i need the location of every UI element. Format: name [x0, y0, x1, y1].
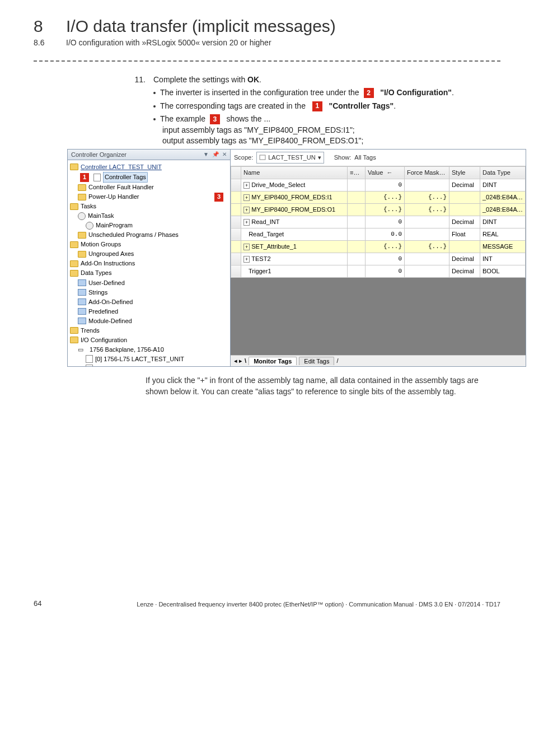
col-sort[interactable]: ≡∃│△ [348, 166, 366, 179]
cell-force[interactable] [405, 265, 449, 277]
folder-icon [70, 164, 78, 170]
tree-moddef[interactable]: Module-Defined [88, 316, 132, 326]
col-force[interactable]: Force Mask ← [405, 166, 449, 179]
cell-value[interactable]: 0.0 [366, 228, 405, 240]
cell-force[interactable]: {...} [405, 203, 449, 216]
tags-table[interactable]: Name ≡∃│△ Value ← Force Mask ← Style Dat… [231, 166, 526, 278]
chapter-title: I/O data transfer (implicit messages) [66, 17, 336, 36]
cell-value[interactable]: 0 [366, 179, 405, 191]
tree-slot0[interactable]: [0] 1756-L75 LACT_TEST_UNIT [95, 354, 184, 364]
col-type[interactable]: Data Type [480, 166, 526, 179]
step-number: 11. [134, 75, 146, 84]
tree-slot1[interactable]: [1] 1756-EN2T Local_Backplane_Ethernet_M [95, 364, 219, 366]
tree-mainprogram[interactable]: MainProgram [96, 221, 133, 230]
table-row[interactable]: +SET_Attribute_1{...}{...}MESSAGE [231, 240, 526, 253]
doc-icon [93, 174, 101, 181]
tree-ungrouped[interactable]: Ungrouped Axes [88, 249, 134, 259]
step-bold: OK [247, 75, 259, 84]
scope-value: LACT_TEST_UN [268, 154, 315, 161]
col-value[interactable]: Value ← [366, 166, 405, 179]
col-style[interactable]: Style [449, 166, 480, 179]
bullet-dot [153, 105, 156, 108]
cell-style [449, 203, 480, 216]
tab-arrows[interactable]: ◂ ▸ [234, 357, 242, 365]
tree-trends[interactable]: Trends [81, 326, 100, 335]
tree-controller[interactable]: Controller LACT_TEST_UNIT [81, 162, 162, 172]
row-header[interactable] [231, 228, 241, 240]
badge-1: 1 [312, 101, 322, 111]
tree-predef[interactable]: Predefined [88, 307, 118, 316]
folder-icon [78, 251, 86, 258]
cell-style [449, 191, 480, 203]
row-header[interactable] [231, 203, 241, 216]
tree-powerup[interactable]: Power-Up Handler [88, 192, 139, 202]
scope-combo[interactable]: LACT_TEST_UN ▾ [256, 152, 324, 164]
cell-name[interactable]: +TEST2 [241, 253, 348, 265]
cell-force[interactable] [405, 216, 449, 228]
tab-edit[interactable]: Edit Tags [299, 357, 334, 365]
cell-value[interactable]: {...} [366, 203, 405, 216]
row-header[interactable] [231, 179, 241, 191]
cell-force[interactable] [405, 228, 449, 240]
cell-name[interactable]: +Read_INT [241, 216, 348, 228]
tree-motion[interactable]: Motion Groups [81, 240, 121, 249]
folder-icon [70, 203, 78, 210]
tree-userdef[interactable]: User-Defined [88, 278, 125, 288]
cell-name[interactable]: Read_Target [241, 228, 348, 240]
b3-line2: output assembly tags as "MY_EIP8400_FROM… [162, 136, 363, 147]
table-row[interactable]: Trigger10DecimalBOOL [231, 265, 526, 277]
cell-value[interactable]: 0 [366, 265, 405, 277]
table-row[interactable]: +Read_INT0DecimalDINT [231, 216, 526, 228]
tree-ioconfig[interactable]: I/O Configuration [81, 335, 127, 345]
section-title: I/O configuration with »RSLogix 5000« ve… [66, 38, 271, 47]
b3-b: shows the ... [227, 114, 271, 123]
cell-name[interactable]: Trigger1 [241, 265, 348, 277]
cell-value[interactable]: 0 [366, 253, 405, 265]
cell-style: Decimal [449, 265, 480, 277]
table-row[interactable]: +TEST20DecimalINT [231, 253, 526, 265]
tree-backplane[interactable]: 1756 Backplane, 1756-A10 [90, 345, 164, 354]
cell-name[interactable]: +SET_Attribute_1 [241, 240, 348, 253]
table-row[interactable]: Read_Target0.0FloatREAL [231, 228, 526, 240]
tree-maintask[interactable]: MainTask [88, 211, 114, 221]
tree-unscheduled[interactable]: Unscheduled Programs / Phases [88, 230, 179, 240]
program-icon [86, 222, 93, 230]
tree-fault-handler[interactable]: Controller Fault Handler [88, 183, 154, 192]
tree-controller-tags[interactable]: Controller Tags [103, 172, 148, 183]
section-number: 8.6 [34, 38, 50, 47]
tree-strings[interactable]: Strings [88, 288, 107, 297]
tree-addon[interactable]: Add-On Instructions [81, 259, 135, 268]
col-name[interactable]: Name [241, 166, 348, 179]
cell-force[interactable] [405, 253, 449, 265]
tree-tasks[interactable]: Tasks [81, 202, 96, 211]
folder-icon [78, 184, 86, 191]
cell-value[interactable]: 0 [366, 216, 405, 228]
module-icon [86, 355, 93, 363]
folder-icon [78, 279, 86, 286]
cell-type: _024B:E84AYCE… [480, 203, 526, 216]
cell-name[interactable]: +MY_EIP8400_FROM_EDS:O1 [241, 203, 348, 216]
cell-force[interactable] [405, 179, 449, 191]
row-header[interactable] [231, 216, 241, 228]
cell-name[interactable]: +MY_EIP8400_FROM_EDS:I1 [241, 191, 348, 203]
page-number: 64 [34, 599, 41, 608]
table-row[interactable]: +MY_EIP8400_FROM_EDS:I1{...}{...}_024B:E… [231, 191, 526, 203]
table-row[interactable]: +Drive_Mode_Select0DecimalDINT [231, 179, 526, 191]
row-header[interactable] [231, 265, 241, 277]
cell-value[interactable]: {...} [366, 191, 405, 203]
cell-style: Decimal [449, 216, 480, 228]
cell-name[interactable]: +Drive_Mode_Select [241, 179, 348, 191]
cell-style: Float [449, 228, 480, 240]
tree-addondef[interactable]: Add-On-Defined [88, 297, 133, 307]
cell-value[interactable]: {...} [366, 240, 405, 253]
cell-force[interactable]: {...} [405, 240, 449, 253]
folder-icon [70, 337, 78, 343]
tab-monitor[interactable]: Monitor Tags [249, 357, 297, 365]
table-row[interactable]: +MY_EIP8400_FROM_EDS:O1{...}{...}_024B:E… [231, 203, 526, 216]
row-header[interactable] [231, 253, 241, 265]
tree-datatypes[interactable]: Data Types [81, 268, 111, 278]
pane-controls[interactable]: ▼📌✕ [203, 151, 227, 157]
row-header[interactable] [231, 240, 241, 253]
row-header[interactable] [231, 191, 241, 203]
cell-force[interactable]: {...} [405, 191, 449, 203]
